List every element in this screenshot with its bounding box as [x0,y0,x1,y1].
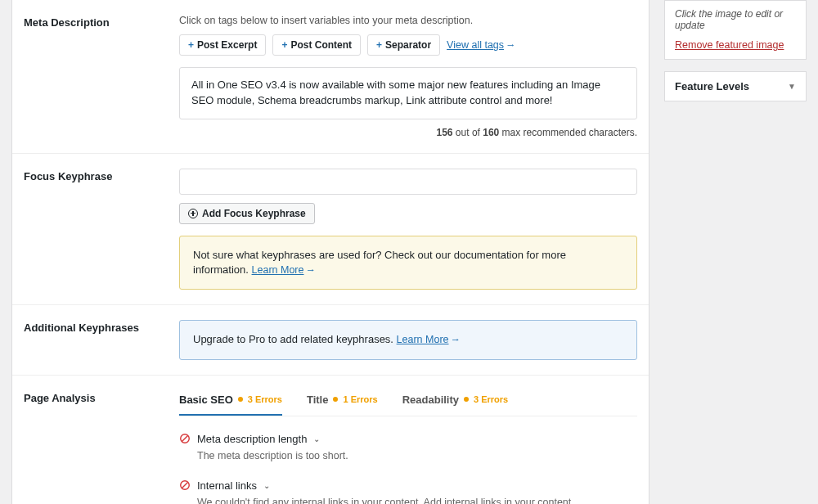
arrow-right-icon: → [305,263,316,278]
additional-keyphrases-label: Additional Keyphrases [24,320,179,360]
tab-readability[interactable]: Readability 3 Errors [402,390,509,416]
meta-description-hint: Click on tags below to insert variables … [179,15,637,26]
error-circle-icon [179,433,191,444]
tag-post-excerpt[interactable]: +Post Excerpt [179,34,266,56]
upgrade-pro-notice: Upgrade to Pro to add related keyphrases… [179,320,637,360]
meta-description-input[interactable] [179,67,637,119]
analysis-item-toggle[interactable]: Meta description length ⌄ [179,433,637,445]
page-analysis-label: Page Analysis [24,390,179,504]
chevron-down-icon: ⌄ [263,481,270,490]
focus-keyphrase-label: Focus Keyphrase [24,169,179,290]
warning-dot-icon [238,397,243,402]
view-all-tags-link[interactable]: View all tags → [447,39,515,51]
plus-icon: + [188,39,194,51]
tag-separator[interactable]: +Separator [367,34,440,56]
plus-icon: + [376,39,382,51]
arrow-right-icon: → [506,39,516,51]
keyphrase-help-notice: Not sure what keyphrases are used for? C… [179,236,637,290]
learn-more-link[interactable]: Learn More → [252,264,316,276]
meta-description-charcount: 156 out of 160 max recommended character… [179,127,637,138]
plus-icon: + [281,39,287,51]
tab-basic-seo[interactable]: Basic SEO 3 Errors [179,390,282,416]
analysis-tabs: Basic SEO 3 Errors Title 1 Errors Readab… [179,390,637,416]
main-panel: Meta Description Click on tags below to … [11,0,649,504]
remove-featured-image-link[interactable]: Remove featured image [675,39,784,51]
tag-post-content[interactable]: +Post Content [272,34,361,56]
analysis-item-desc: We couldn't find any internal links in y… [197,497,637,504]
error-circle-icon [179,479,191,491]
feature-levels-panel-toggle[interactable]: Feature Levels ▼ [664,71,807,101]
add-focus-keyphrase-button[interactable]: Add Focus Keyphrase [179,203,315,224]
svg-line-3 [182,483,188,488]
sidebar: Click the image to edit or update Remove… [664,0,807,504]
analysis-item: Internal links ⌄ We couldn't find any in… [179,473,637,504]
chevron-down-icon: ⌄ [313,434,320,443]
tab-title[interactable]: Title 1 Errors [307,390,378,416]
focus-keyphrase-input[interactable] [179,169,637,195]
arrow-right-icon: → [451,333,461,348]
meta-description-label: Meta Description [24,15,179,138]
learn-more-link[interactable]: Learn More → [397,334,461,345]
warning-dot-icon [333,397,338,402]
analysis-item: Meta description length ⌄ The meta descr… [179,426,637,473]
warning-dot-icon [464,397,469,402]
triangle-down-icon: ▼ [788,82,796,91]
analysis-item-toggle[interactable]: Internal links ⌄ [179,479,637,492]
plus-circle-icon [188,209,198,218]
featured-image-hint: Click the image to edit or update [665,1,806,38]
featured-image-panel: Click the image to edit or update Remove… [664,0,807,60]
analysis-item-desc: The meta description is too short. [197,450,637,461]
svg-line-1 [182,436,188,442]
